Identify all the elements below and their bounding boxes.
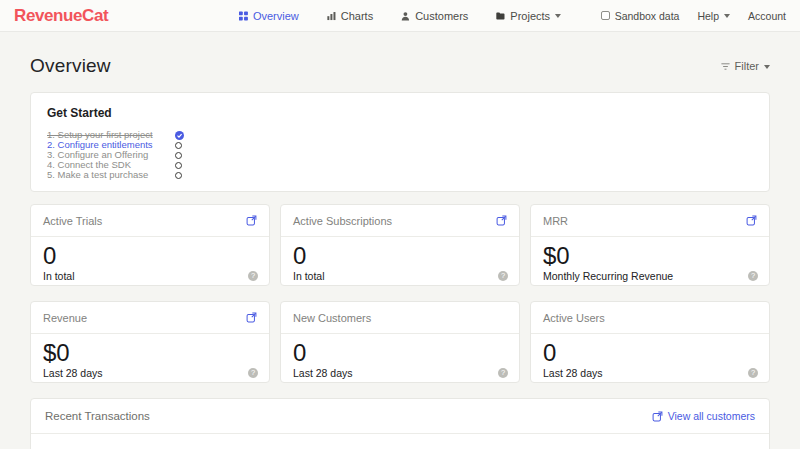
chevron-down-icon xyxy=(724,14,730,18)
metric-value: $0 xyxy=(43,340,257,366)
main-content: Overview Filter Get Started 1. Setup you… xyxy=(0,52,800,449)
metrics-grid: Active Trials 0 In total ? Active Subscr… xyxy=(30,204,770,383)
empty-circle-icon xyxy=(175,162,182,169)
chevron-down-icon xyxy=(555,14,561,18)
help-label: Help xyxy=(697,10,719,22)
filter-button[interactable]: Filter xyxy=(721,60,770,72)
metric-title: Revenue xyxy=(43,312,87,324)
get-started-title: Get Started xyxy=(47,106,753,120)
empty-circle-icon xyxy=(175,172,182,179)
nav-item-customers[interactable]: Customers xyxy=(401,10,468,22)
metric-caption: Monthly Recurring Revenue xyxy=(543,270,757,282)
sandbox-data-toggle[interactable]: Sandbox data xyxy=(601,10,680,22)
metric-title: MRR xyxy=(543,215,568,227)
checklist-step-4: 4. Connect the SDK xyxy=(47,160,753,170)
top-right-controls: Sandbox data Help Account xyxy=(601,10,786,22)
help-circle-icon[interactable]: ? xyxy=(748,271,758,281)
metric-card-new-customers: New Customers 0 Last 28 days ? xyxy=(280,301,520,383)
metric-value: $0 xyxy=(543,243,757,269)
metric-title: Active Users xyxy=(543,312,605,324)
metric-title: Active Subscriptions xyxy=(293,215,392,227)
metric-card-active-subscriptions: Active Subscriptions 0 In total ? xyxy=(280,204,520,286)
get-started-checklist: 1. Setup your first project 2. Configure… xyxy=(47,130,753,180)
external-link-icon xyxy=(652,411,663,422)
checklist-step-5: 5. Make a test purchase xyxy=(47,170,753,180)
recent-transactions-card: Recent Transactions View all customers xyxy=(30,398,770,449)
nav-item-overview[interactable]: Overview xyxy=(239,10,299,22)
nav-label-charts: Charts xyxy=(341,10,373,22)
account-label: Account xyxy=(748,10,786,22)
nav-label-projects-text: Customers xyxy=(415,10,468,22)
check-circle-icon xyxy=(175,131,184,140)
chevron-down-icon xyxy=(764,65,770,69)
step-5-label: 5. Make a test purchase xyxy=(47,170,175,180)
metric-card-active-trials: Active Trials 0 In total ? xyxy=(30,204,270,286)
metric-caption: Last 28 days xyxy=(543,367,757,379)
nav-item-projects[interactable]: Projects xyxy=(496,10,561,22)
help-circle-icon[interactable]: ? xyxy=(248,271,258,281)
metric-card-active-users: Active Users 0 Last 28 days ? xyxy=(530,301,770,383)
metric-caption: Last 28 days xyxy=(43,367,257,379)
top-navigation-bar: RevenueCat Overview Charts Customers Pro… xyxy=(0,0,800,32)
nav-label-overview: Overview xyxy=(253,10,299,22)
external-link-icon[interactable] xyxy=(246,215,257,226)
page-header: Overview Filter xyxy=(30,52,770,80)
checklist-step-3: 3. Configure an Offering xyxy=(47,150,753,160)
metric-caption: In total xyxy=(293,270,507,282)
person-icon xyxy=(401,11,410,20)
empty-circle-icon xyxy=(175,152,182,159)
sandbox-checkbox[interactable] xyxy=(601,11,610,20)
checklist-step-2: 2. Configure entitlements xyxy=(47,140,753,150)
external-link-icon[interactable] xyxy=(496,215,507,226)
sandbox-label: Sandbox data xyxy=(615,10,680,22)
metric-value: 0 xyxy=(293,340,507,366)
grid-icon xyxy=(239,11,248,20)
view-all-customers-link[interactable]: View all customers xyxy=(652,410,755,422)
account-menu[interactable]: Account xyxy=(748,10,786,22)
metric-title: New Customers xyxy=(293,312,371,324)
folder-icon xyxy=(496,11,505,20)
empty-circle-icon xyxy=(175,142,182,149)
filter-label: Filter xyxy=(735,60,759,72)
help-circle-icon[interactable]: ? xyxy=(248,368,258,378)
revenuecat-logo[interactable]: RevenueCat xyxy=(14,7,108,24)
metric-title: Active Trials xyxy=(43,215,102,227)
help-circle-icon[interactable]: ? xyxy=(498,271,508,281)
logo-text: RevenueCat xyxy=(14,6,108,25)
view-all-label: View all customers xyxy=(668,410,755,422)
get-started-card: Get Started 1. Setup your first project … xyxy=(30,92,770,192)
page-title: Overview xyxy=(30,55,111,77)
metric-value: 0 xyxy=(43,243,257,269)
nav-label-projects: Projects xyxy=(510,10,550,22)
main-nav: Overview Charts Customers Projects xyxy=(239,10,561,22)
metric-caption: In total xyxy=(43,270,257,282)
help-circle-icon[interactable]: ? xyxy=(498,368,508,378)
help-menu[interactable]: Help xyxy=(697,10,730,22)
metric-value: 0 xyxy=(293,243,507,269)
metric-caption: Last 28 days xyxy=(293,367,507,379)
filter-icon xyxy=(721,62,730,71)
metric-value: 0 xyxy=(543,340,757,366)
nav-item-charts[interactable]: Charts xyxy=(327,10,373,22)
transactions-title: Recent Transactions xyxy=(45,410,150,422)
metric-card-mrr: MRR $0 Monthly Recurring Revenue ? xyxy=(530,204,770,286)
bar-chart-icon xyxy=(327,11,336,20)
help-circle-icon[interactable]: ? xyxy=(748,368,758,378)
external-link-icon[interactable] xyxy=(246,312,257,323)
external-link-icon[interactable] xyxy=(746,215,757,226)
metric-card-revenue: Revenue $0 Last 28 days ? xyxy=(30,301,270,383)
